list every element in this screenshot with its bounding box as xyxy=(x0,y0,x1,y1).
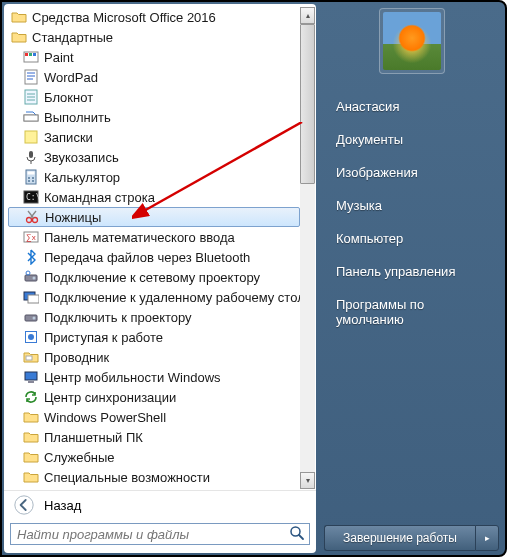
math-icon: ∑x xyxy=(22,228,40,246)
sticky-icon xyxy=(22,128,40,146)
folder-item[interactable]: Специальные возможности xyxy=(8,467,300,487)
svg-point-19 xyxy=(28,177,30,179)
netproj-icon xyxy=(22,268,40,286)
svg-point-44 xyxy=(15,496,33,514)
right-panel-link[interactable]: Музыка xyxy=(332,189,495,222)
svg-point-25 xyxy=(27,218,32,223)
program-item[interactable]: C:\Командная строка xyxy=(8,187,300,207)
program-label: Записки xyxy=(44,130,93,145)
program-label: Проводник xyxy=(44,350,109,365)
scroll-thumb[interactable] xyxy=(300,24,315,184)
program-item[interactable]: ∑xПанель математического ввода xyxy=(8,227,300,247)
folder-icon xyxy=(22,408,40,426)
svg-rect-43 xyxy=(28,381,34,383)
back-arrow-icon xyxy=(12,493,36,517)
search-input[interactable] xyxy=(15,526,289,543)
shutdown-options-button[interactable]: ▸ xyxy=(475,525,499,551)
program-item[interactable]: Приступая к работе xyxy=(8,327,300,347)
svg-rect-42 xyxy=(25,372,37,380)
sync-icon xyxy=(22,388,40,406)
program-label: Подключение к удаленному рабочему столу xyxy=(44,290,300,305)
program-item[interactable]: Подключить к проектору xyxy=(8,307,300,327)
back-label: Назад xyxy=(44,498,81,513)
right-panel-link[interactable]: Анастасия xyxy=(332,90,495,123)
shutdown-area: Завершение работы ▸ xyxy=(324,525,499,549)
snip-icon xyxy=(23,208,41,226)
program-list: Средства Microsoft Office 2016Стандартны… xyxy=(4,4,316,490)
program-item[interactable]: Передача файлов через Bluetooth xyxy=(8,247,300,267)
folder-icon xyxy=(10,8,28,26)
program-item[interactable]: Блокнот xyxy=(8,87,300,107)
paint-icon xyxy=(22,48,40,66)
scroll-down-button[interactable]: ▾ xyxy=(300,472,315,489)
svg-point-26 xyxy=(33,218,38,223)
program-item[interactable]: Записки xyxy=(8,127,300,147)
program-item[interactable]: Выполнить xyxy=(8,107,300,127)
program-item[interactable]: Калькулятор xyxy=(8,167,300,187)
svg-rect-35 xyxy=(28,295,39,303)
rdp-icon xyxy=(22,288,40,306)
svg-point-32 xyxy=(33,277,36,280)
folder-item[interactable]: Стандартные xyxy=(8,27,300,47)
notepad-icon xyxy=(22,88,40,106)
program-item[interactable]: Проводник xyxy=(8,347,300,367)
shutdown-label: Завершение работы xyxy=(343,531,457,545)
wordpad-icon xyxy=(22,68,40,86)
folder-item[interactable]: Служебные xyxy=(8,447,300,467)
run-icon xyxy=(22,108,40,126)
start-menu: Средства Microsoft Office 2016Стандартны… xyxy=(0,0,507,557)
user-avatar[interactable] xyxy=(379,8,445,74)
right-panel-link[interactable]: Программы по умолчанию xyxy=(332,288,495,336)
right-panel-link[interactable]: Панель управления xyxy=(332,255,495,288)
svg-point-20 xyxy=(32,177,34,179)
back-row[interactable]: Назад xyxy=(4,490,316,519)
right-panel-link[interactable]: Изображения xyxy=(332,156,495,189)
program-item[interactable]: Звукозапись xyxy=(8,147,300,167)
folder-item[interactable]: Средства Microsoft Office 2016 xyxy=(8,7,300,27)
scrollbar[interactable]: ▴ ▾ xyxy=(300,7,315,489)
svg-rect-18 xyxy=(28,172,35,175)
program-item[interactable]: Центр мобильности Windows xyxy=(8,367,300,387)
program-label: Панель математического ввода xyxy=(44,230,235,245)
right-panel-link[interactable]: Документы xyxy=(332,123,495,156)
search-icon xyxy=(289,525,305,544)
program-item[interactable]: Ножницы xyxy=(8,207,300,227)
program-label: WordPad xyxy=(44,70,98,85)
svg-text:C:\: C:\ xyxy=(26,193,39,202)
folder-icon xyxy=(22,468,40,486)
program-label: Приступая к работе xyxy=(44,330,163,345)
program-item[interactable]: WordPad xyxy=(8,67,300,87)
right-panel-link[interactable]: Компьютер xyxy=(332,222,495,255)
search-box[interactable] xyxy=(10,523,310,545)
svg-rect-15 xyxy=(29,151,33,158)
program-item[interactable]: Центр синхронизации xyxy=(8,387,300,407)
folder-icon xyxy=(10,28,28,46)
folder-label: Стандартные xyxy=(32,30,113,45)
program-label: Подключение к сетевому проектору xyxy=(44,270,260,285)
right-links: АнастасияДокументыИзображенияМузыкаКомпь… xyxy=(332,90,495,336)
calc-icon xyxy=(22,168,40,186)
shutdown-button[interactable]: Завершение работы xyxy=(324,525,475,551)
program-label: Подключить к проектору xyxy=(44,310,192,325)
program-item[interactable]: Paint xyxy=(8,47,300,67)
program-item[interactable]: Подключение к удаленному рабочему столу xyxy=(8,287,300,307)
folder-label: Windows PowerShell xyxy=(44,410,166,425)
folder-label: Планшетный ПК xyxy=(44,430,143,445)
svg-line-46 xyxy=(299,535,303,539)
search-row xyxy=(4,519,316,553)
programs-panel: Средства Microsoft Office 2016Стандартны… xyxy=(4,4,316,553)
program-label: Передача файлов через Bluetooth xyxy=(44,250,250,265)
program-label: Калькулятор xyxy=(44,170,120,185)
scroll-up-button[interactable]: ▴ xyxy=(300,7,315,24)
program-label: Блокнот xyxy=(44,90,93,105)
svg-point-22 xyxy=(32,180,34,182)
svg-rect-13 xyxy=(24,115,38,121)
folder-item[interactable]: Планшетный ПК xyxy=(8,427,300,447)
avatar-image xyxy=(383,12,441,70)
svg-rect-41 xyxy=(26,356,32,360)
folder-item[interactable]: Windows PowerShell xyxy=(8,407,300,427)
program-label: Звукозапись xyxy=(44,150,119,165)
folder-label: Служебные xyxy=(44,450,115,465)
program-item[interactable]: Подключение к сетевому проектору xyxy=(8,267,300,287)
program-label: Paint xyxy=(44,50,74,65)
